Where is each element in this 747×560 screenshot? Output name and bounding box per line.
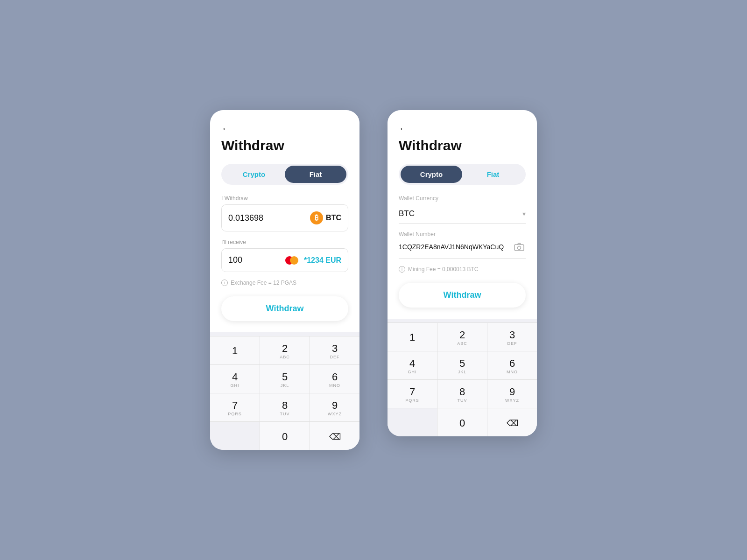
camera-icon[interactable] <box>513 240 526 253</box>
chevron-down-icon: ▾ <box>522 210 526 217</box>
key-8[interactable]: 8 TUV <box>260 393 310 421</box>
crypto-key-4[interactable]: 4 GHI <box>388 351 437 379</box>
crypto-key-5[interactable]: 5 JKL <box>437 351 487 379</box>
crypto-key-backspace[interactable]: ⌫ <box>487 408 537 436</box>
tab-fiat-crypto[interactable]: Fiat <box>462 166 524 183</box>
eur-label: *1234 EUR <box>304 256 341 265</box>
crypto-page-title: Withdraw <box>399 138 526 154</box>
mastercard-icon <box>285 256 298 265</box>
crypto-key-9[interactable]: 9 WXYZ <box>487 380 537 408</box>
key-5[interactable]: 5 JKL <box>260 365 310 393</box>
fiat-tab-switcher: Crypto Fiat <box>221 164 348 185</box>
key-1[interactable]: 1 <box>210 336 260 364</box>
fiat-back-arrow[interactable]: ← <box>221 123 231 134</box>
withdraw-amount-box[interactable]: 0.013698 ₿ BTC <box>221 204 348 231</box>
key-0[interactable]: 0 <box>260 422 310 450</box>
crypto-key-6[interactable]: 6 MNO <box>487 351 537 379</box>
eur-currency-badge: *1234 EUR <box>285 256 341 265</box>
crypto-keypad-row-4: 0 ⌫ <box>388 408 537 436</box>
key-empty <box>210 422 260 450</box>
receive-amount-value: 100 <box>228 255 242 265</box>
key-backspace[interactable]: ⌫ <box>310 422 359 450</box>
keypad-row-3: 7 PQRS 8 TUV 9 WXYZ <box>210 393 359 421</box>
key-9[interactable]: 9 WXYZ <box>310 393 359 421</box>
crypto-tab-switcher: Crypto Fiat <box>399 164 526 185</box>
crypto-key-1[interactable]: 1 <box>388 323 437 351</box>
wallet-number-label: Wallet Number <box>399 231 526 238</box>
withdraw-amount-value: 0.013698 <box>228 213 263 223</box>
wallet-number-row: 1CQZR2EA8nAVJ1N6NqWKYaCuQ <box>399 240 526 259</box>
key-4[interactable]: 4 GHI <box>210 365 260 393</box>
crypto-key-8[interactable]: 8 TUV <box>437 380 487 408</box>
key-3[interactable]: 3 DEF <box>310 336 359 364</box>
wallet-currency-label: Wallet Currency <box>399 195 526 202</box>
crypto-back-arrow[interactable]: ← <box>399 123 526 134</box>
receive-label: I'll receive <box>221 239 348 245</box>
btc-label: BTC <box>326 214 341 222</box>
crypto-withdraw-button[interactable]: Withdraw <box>399 283 526 308</box>
crypto-keypad-row-2: 4 GHI 5 JKL 6 MNO <box>388 351 537 379</box>
key-6[interactable]: 6 MNO <box>310 365 359 393</box>
svg-point-1 <box>518 246 521 250</box>
tab-crypto-crypto[interactable]: Crypto <box>401 166 462 183</box>
crypto-key-2[interactable]: 2 ABC <box>437 323 487 351</box>
crypto-phone-card: ← Withdraw Crypto Fiat Wallet Currency B… <box>388 110 537 436</box>
mining-fee-label: Mining Fee = 0,000013 BTC <box>408 266 478 273</box>
tab-crypto-fiat[interactable]: Crypto <box>223 166 285 183</box>
btc-icon: ₿ <box>310 211 323 224</box>
fiat-withdraw-button[interactable]: Withdraw <box>221 296 348 321</box>
crypto-keypad-row-1: 1 2 ABC 3 DEF <box>388 322 537 351</box>
keypad-row-1: 1 2 ABC 3 DEF <box>210 336 359 364</box>
fiat-keypad: 1 2 ABC 3 DEF 4 GHI 5 J <box>210 332 359 450</box>
info-icon: i <box>221 280 228 286</box>
fee-label: Exchange Fee = 12 PGAS <box>231 280 296 286</box>
receive-amount-box[interactable]: 100 *1234 EUR <box>221 248 348 272</box>
crypto-keypad-row-3: 7 PQRS 8 TUV 9 WXYZ <box>388 379 537 408</box>
fiat-page-title: Withdraw <box>221 138 348 154</box>
crypto-key-3[interactable]: 3 DEF <box>487 323 537 351</box>
crypto-key-0[interactable]: 0 <box>437 408 487 436</box>
wallet-number-value: 1CQZR2EA8nAVJ1N6NqWKYaCuQ <box>399 243 513 251</box>
fiat-phone-card: ← Withdraw Crypto Fiat I Withdraw 0.0136… <box>210 110 359 450</box>
crypto-key-7[interactable]: 7 PQRS <box>388 380 437 408</box>
wallet-currency-dropdown[interactable]: BTC ▾ <box>399 204 526 224</box>
key-2[interactable]: 2 ABC <box>260 336 310 364</box>
screens-container: ← Withdraw Crypto Fiat I Withdraw 0.0136… <box>210 82 537 478</box>
fiat-screen-content: ← Withdraw Crypto Fiat I Withdraw 0.0136… <box>210 110 359 332</box>
crypto-fee-info: i Mining Fee = 0,000013 BTC <box>399 266 526 273</box>
key-7[interactable]: 7 PQRS <box>210 393 260 421</box>
mining-info-icon: i <box>399 266 405 273</box>
wallet-currency-value: BTC <box>399 209 415 218</box>
btc-currency-badge: ₿ BTC <box>310 211 341 224</box>
crypto-screen-content: ← Withdraw Crypto Fiat Wallet Currency B… <box>388 110 537 319</box>
fiat-fee-info: i Exchange Fee = 12 PGAS <box>221 280 348 286</box>
keypad-row-2: 4 GHI 5 JKL 6 MNO <box>210 364 359 393</box>
keypad-row-4: 0 ⌫ <box>210 421 359 450</box>
crypto-keypad: 1 2 ABC 3 DEF 4 GHI 5 J <box>388 319 537 436</box>
tab-fiat-fiat[interactable]: Fiat <box>285 166 346 183</box>
withdraw-from-label: I Withdraw <box>221 195 348 202</box>
crypto-key-empty <box>388 408 437 436</box>
